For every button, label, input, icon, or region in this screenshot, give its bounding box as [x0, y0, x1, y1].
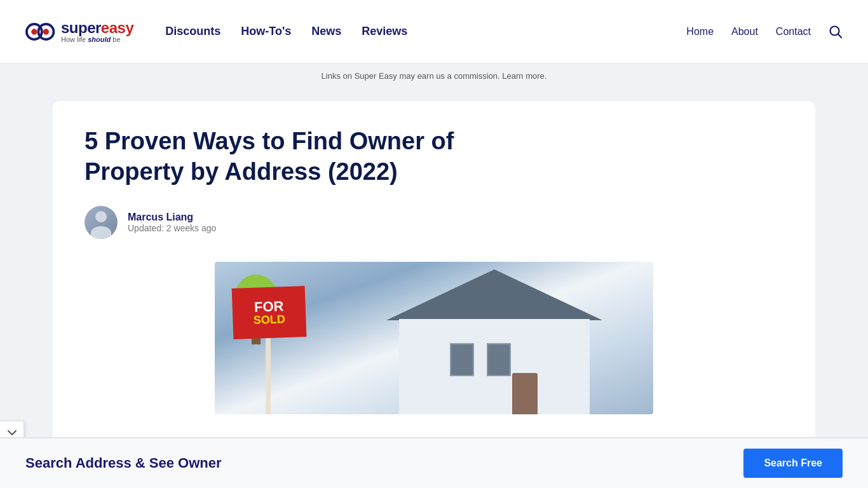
house: [374, 287, 615, 414]
house-door: [512, 373, 538, 414]
author-section: Marcus Liang Updated: 2 weeks ago: [85, 206, 783, 239]
svg-point-1: [31, 29, 37, 34]
logo-link[interactable]: super easy How life should be: [25, 16, 133, 48]
header-left: super easy How life should be Discounts …: [25, 16, 407, 48]
author-updated: Updated: 2 weeks ago: [128, 223, 216, 233]
header-right: Home About Contact: [686, 25, 843, 39]
nav-contact[interactable]: Contact: [776, 26, 811, 37]
logo-super: super: [61, 20, 101, 36]
cta-bar: Search Address & See Owner Search Free: [0, 437, 868, 488]
house-window-left: [450, 343, 474, 376]
cta-title: Search Address & See Owner: [25, 455, 222, 471]
author-avatar-img: [85, 206, 118, 239]
author-info: Marcus Liang Updated: 2 weeks ago: [128, 212, 216, 233]
sign-board: FOR SOLD: [232, 286, 307, 339]
affiliate-bar: Links on Super Easy may earn us a commis…: [0, 64, 868, 88]
author-avatar: [85, 206, 118, 239]
svg-line-5: [838, 34, 841, 37]
logo-text-block: super easy How life should be: [61, 20, 133, 43]
house-roof: [386, 269, 602, 320]
search-icon: [829, 25, 843, 39]
hero-image-bg: FOR SOLD: [215, 262, 653, 414]
sign-for-text: FOR: [254, 299, 284, 315]
article-card: 5 Proven Ways to Find Owner of Property …: [53, 101, 815, 457]
nav-discounts[interactable]: Discounts: [165, 25, 220, 38]
search-free-button[interactable]: Search Free: [743, 449, 843, 478]
house-body: [399, 319, 590, 414]
affiliate-text: Links on Super Easy may earn us a commis…: [322, 71, 547, 81]
logo-easy: easy: [101, 20, 133, 36]
main-content: 5 Proven Ways to Find Owner of Property …: [27, 88, 841, 457]
nav-about[interactable]: About: [731, 26, 758, 37]
logo-tagline: How life should be: [61, 36, 133, 43]
search-button[interactable]: [829, 25, 843, 39]
logo-name: super easy: [61, 20, 133, 36]
article-title: 5 Proven Ways to Find Owner of Property …: [85, 126, 478, 187]
hero-image: FOR SOLD: [215, 262, 653, 414]
site-header: super easy How life should be Discounts …: [0, 0, 868, 64]
logo-icon: [25, 16, 57, 48]
svg-point-3: [43, 29, 49, 34]
chevron-down-icon: [7, 428, 17, 438]
sign-sold-text: SOLD: [254, 313, 286, 326]
main-nav: Discounts How-To's News Reviews: [165, 25, 407, 38]
nav-reviews[interactable]: Reviews: [362, 25, 407, 38]
author-name: Marcus Liang: [128, 212, 216, 223]
nav-news[interactable]: News: [311, 25, 341, 38]
house-window-right: [487, 343, 511, 376]
nav-home[interactable]: Home: [686, 26, 714, 37]
house-windows: [450, 343, 511, 376]
nav-howtos[interactable]: How-To's: [241, 25, 291, 38]
